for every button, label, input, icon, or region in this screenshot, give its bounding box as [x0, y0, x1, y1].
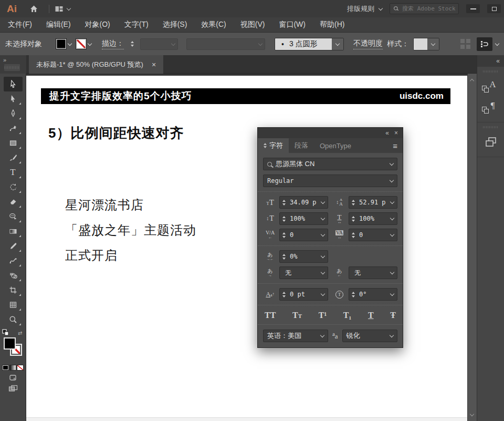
workspace-switcher[interactable]: 排版规则: [347, 4, 382, 14]
strikethrough-button[interactable]: Ŧ: [390, 311, 396, 320]
baseline-shift-value[interactable]: 0 pt: [288, 291, 321, 298]
shape-builder-tool[interactable]: [4, 268, 23, 283]
none-button[interactable]: [17, 365, 24, 371]
tracking-stepper[interactable]: [349, 232, 357, 238]
tab-paragraph[interactable]: 段落: [289, 138, 314, 153]
search-input[interactable]: [402, 5, 455, 12]
panel-collapse-icon[interactable]: «: [385, 129, 389, 137]
proportional-metrics-value[interactable]: 0%: [288, 253, 321, 260]
baseline-shift-stepper[interactable]: [280, 292, 288, 297]
fill-color-box[interactable]: [4, 337, 16, 350]
adobe-stock-search[interactable]: [390, 3, 459, 14]
vertical-scale-field[interactable]: 100%: [279, 212, 328, 225]
pen-tool[interactable]: [4, 106, 23, 121]
character-styles-panel-button[interactable]: A: [477, 76, 504, 97]
brush-definition-dropdown[interactable]: • 3 点圆形: [275, 38, 344, 50]
tracking-field[interactable]: 0: [349, 229, 397, 241]
stroke-color-control[interactable]: [76, 38, 91, 49]
curvature-tool[interactable]: [4, 121, 23, 136]
baseline-shift-field[interactable]: 0 pt: [279, 288, 328, 301]
character-rotation-value[interactable]: 0°: [357, 291, 391, 298]
dock-collapse-icon[interactable]: «: [496, 57, 500, 65]
direct-selection-tool[interactable]: [4, 91, 23, 106]
home-icon[interactable]: [29, 5, 38, 13]
menu-effect[interactable]: 效果(C): [201, 20, 226, 29]
insert-space-left-dropdown[interactable]: 无: [279, 266, 328, 279]
rectangle-tool[interactable]: [4, 136, 23, 150]
maximize-button[interactable]: [487, 4, 501, 13]
paragraph-styles-panel-button[interactable]: ¶: [477, 97, 504, 118]
document-setup-icon[interactable]: [460, 39, 470, 49]
underline-button[interactable]: T: [368, 311, 374, 320]
dock-grip[interactable]: [483, 70, 499, 73]
horizontal-scrollbar[interactable]: [26, 417, 467, 421]
font-size-value[interactable]: 34.09 p: [288, 199, 321, 206]
stroke-weight-link[interactable]: 描边：: [102, 39, 124, 49]
menu-window[interactable]: 窗口(W): [279, 20, 306, 29]
anti-alias-dropdown[interactable]: 锐化: [342, 330, 397, 342]
menu-edit[interactable]: 编辑(E): [46, 20, 71, 29]
menu-view[interactable]: 视图(V): [240, 20, 265, 29]
artboard-tool[interactable]: [4, 283, 23, 297]
kerning-value[interactable]: 0: [288, 231, 321, 239]
dock-grip[interactable]: [483, 126, 499, 128]
kerning-stepper[interactable]: [280, 232, 288, 238]
language-dropdown[interactable]: 英语：美国: [263, 330, 328, 342]
tracking-value[interactable]: 0: [357, 231, 391, 239]
opacity-link[interactable]: 不透明度: [353, 39, 383, 49]
font-size-field[interactable]: 34.09 p: [279, 196, 328, 209]
vertical-scale-stepper[interactable]: [280, 216, 288, 222]
shaper-tool[interactable]: [4, 209, 23, 224]
menu-object[interactable]: 对象(O): [85, 20, 110, 29]
scroll-down-icon[interactable]: [470, 412, 474, 416]
leading-stepper[interactable]: [349, 200, 357, 206]
font-family-dropdown[interactable]: 思源黑体 CN: [263, 158, 397, 170]
character-rotation-field[interactable]: 0°: [349, 288, 397, 301]
scroll-up-icon[interactable]: [470, 79, 474, 83]
selection-tool[interactable]: [4, 77, 23, 91]
rotate-tool[interactable]: [4, 180, 23, 194]
horizontal-scale-value[interactable]: 100%: [357, 215, 391, 222]
panel-close-icon[interactable]: ×: [394, 129, 398, 137]
stroke-weight-stepper[interactable]: [128, 41, 136, 47]
illustrator-logo-icon[interactable]: Ai: [7, 3, 17, 15]
superscript-button[interactable]: T¹: [319, 311, 327, 320]
type-tool[interactable]: T: [4, 165, 23, 180]
perspective-grid-tool[interactable]: [4, 297, 23, 312]
panel-menu-icon[interactable]: ≡: [393, 138, 403, 153]
subscript-button[interactable]: T₁: [343, 311, 351, 320]
draw-mode-button[interactable]: [9, 374, 17, 381]
fill-color-control[interactable]: [56, 38, 71, 49]
default-colors-icon[interactable]: [2, 329, 10, 336]
vertical-scrollbar[interactable]: [467, 74, 477, 421]
artboards-panel-button[interactable]: [477, 131, 504, 152]
leading-field[interactable]: 52.91 p: [349, 196, 397, 209]
tab-opentype[interactable]: OpenType: [314, 138, 357, 153]
menu-select[interactable]: 选择(S): [163, 20, 187, 29]
artboard-canvas[interactable]: 提升文字排版效率的5个小技巧 uisdc.com 5）比例间距快速对齐 星河漂流…: [26, 74, 467, 421]
menu-help[interactable]: 帮助(H): [320, 20, 344, 29]
toolbar-grip[interactable]: [4, 64, 20, 71]
all-caps-button[interactable]: TT: [265, 311, 276, 320]
gradient-button[interactable]: [9, 365, 16, 371]
document-tab[interactable]: 未标题-1* @ 50% (RGB/GPU 预览) ×: [29, 55, 163, 74]
blend-tool[interactable]: [4, 253, 23, 268]
horizontal-scale-stepper[interactable]: [349, 216, 357, 222]
zoom-tool[interactable]: [4, 312, 23, 327]
graphic-style-dropdown[interactable]: [413, 38, 439, 50]
minimize-button[interactable]: [466, 4, 480, 13]
insert-space-right-dropdown[interactable]: 无: [349, 266, 397, 279]
small-caps-button[interactable]: TT: [292, 311, 302, 320]
close-icon[interactable]: ×: [152, 60, 156, 69]
character-rotation-stepper[interactable]: [349, 292, 357, 297]
menu-type[interactable]: 文字(T): [124, 20, 149, 29]
proportional-metrics-field[interactable]: 0%: [279, 250, 328, 263]
menu-file[interactable]: 文件(F): [8, 20, 32, 29]
color-button[interactable]: [2, 365, 9, 371]
vertical-scale-value[interactable]: 100%: [288, 215, 321, 222]
screen-mode-button[interactable]: [8, 385, 18, 392]
gradient-tool[interactable]: [4, 224, 23, 239]
arrange-documents-button[interactable]: [55, 5, 70, 13]
font-size-stepper[interactable]: [280, 200, 288, 206]
font-style-dropdown[interactable]: Regular: [263, 174, 397, 187]
